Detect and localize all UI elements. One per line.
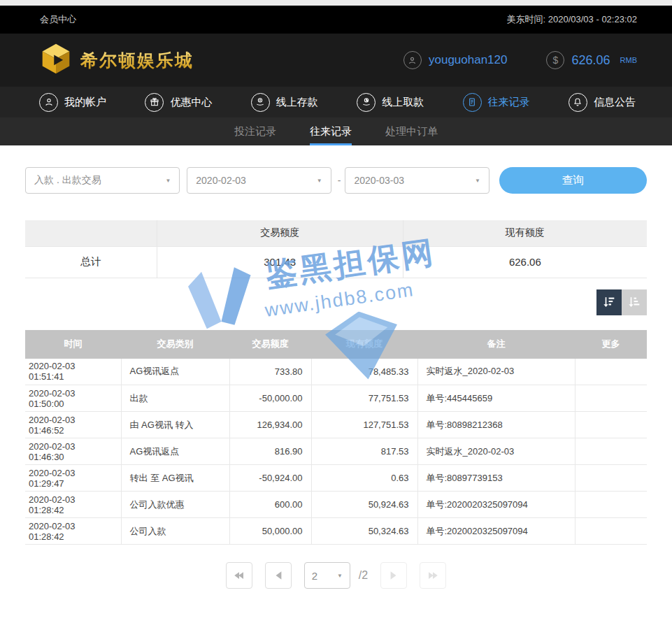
sort-ascending-button[interactable] [622,289,647,315]
balance-currency: RMB [620,56,637,64]
tab-pending-orders[interactable]: 处理中订单 [385,117,438,145]
next-page-button[interactable] [380,562,407,589]
balance-amount: 626.06 [571,53,610,68]
nav-label: 线上取款 [382,96,424,109]
top-strip [0,0,672,6]
cell-type: AG视讯返点 [121,359,229,385]
page-select[interactable]: 2 [304,562,350,589]
date-to-select[interactable]: 2020-03-03 [345,167,489,194]
withdraw-icon [357,93,376,112]
user-icon [39,93,58,112]
previous-page-button[interactable] [265,562,292,589]
cell-more [575,385,647,412]
date-range-separator: - [338,175,341,186]
cell-amount: -50,924.00 [229,465,311,492]
transaction-type-select[interactable]: 入款 . 出款交易 [25,167,180,194]
brand-logo-icon [40,43,72,78]
nav-label: 往来记录 [488,96,530,109]
content-area: 入款 . 出款交易 2020-02-03 - 2020-03-03 查询 交易额… [0,145,672,589]
cell-remark: 单号:445445659 [417,385,575,412]
table-row: 2020-02-03 01:28:42 公司入款优惠 600.00 50,924… [25,492,647,518]
cell-more [575,438,647,465]
cell-type: AG视讯返点 [121,438,229,465]
nav-item-my-account[interactable]: 我的帐户 [39,93,106,112]
date-from-value: 2020-02-03 [196,175,246,186]
summary-header-balance: 现有额度 [403,220,647,246]
cell-type: 公司入款优惠 [121,492,229,518]
cell-balance: 50,324.63 [311,518,417,545]
header-more: 更多 [575,330,647,359]
cell-amount: 816.90 [229,438,311,465]
nav-label: 线上存款 [276,96,318,109]
nav-label: 我的帐户 [64,96,106,109]
cell-type: 出款 [121,385,229,412]
transaction-type-value: 入款 . 出款交易 [34,174,101,187]
cell-type: 由 AG视讯 转入 [121,412,229,438]
cell-amount: 733.80 [229,359,311,385]
user-icon [403,51,422,69]
cell-remark: 实时返水_2020-02-03 [417,359,575,385]
cell-time: 2020-02-03 01:46:30 [25,438,121,465]
brand[interactable]: 希尔顿娱乐城 [40,43,194,78]
date-from-select[interactable]: 2020-02-03 [187,167,331,194]
tab-transaction-records[interactable]: 往来记录 [310,117,352,145]
tab-bet-records[interactable]: 投注记录 [234,117,276,145]
user-account[interactable]: youguohan120 [403,51,508,69]
sort-controls [25,289,647,315]
table-row: 2020-02-03 01:29:47 转出 至 AG视讯 -50,924.00… [25,465,647,492]
header-amount: 交易额度 [229,330,311,359]
cell-balance: 127,751.53 [311,412,417,438]
cell-time: 2020-02-03 01:51:41 [25,359,121,385]
brand-header: 希尔顿娱乐城 youguohan120 $ 626.06 RMB [0,34,672,87]
cell-more [575,465,647,492]
last-page-button[interactable] [420,562,446,589]
nav-item-deposit[interactable]: 线上存款 [251,93,318,112]
header-balance: 现有额度 [311,330,417,359]
nav-item-withdraw[interactable]: 线上取款 [357,93,424,112]
cell-remark: 单号:80898212368 [417,412,575,438]
main-nav: 我的帐户 优惠中心 线上存款 线上取款 往来记录 信息公告 [0,87,672,117]
cell-time: 2020-02-03 01:28:42 [25,518,121,545]
cell-balance: 77,751.53 [311,385,417,412]
cell-amount: -50,000.00 [229,385,311,412]
cell-time: 2020-02-03 01:28:42 [25,492,121,518]
page-title: 会员中心 [40,13,76,26]
cell-more [575,412,647,438]
table-header-row: 时间 交易类别 交易额度 现有额度 备注 更多 [25,330,647,359]
cell-remark: 实时返水_2020-02-03 [417,438,575,465]
total-pages: /2 [359,569,368,582]
summary-row: 总计 301.43 626.06 [25,246,647,278]
topbar: 会员中心 美东时间: 2020/03/03 - 02:23:02 [0,6,672,34]
search-button[interactable]: 查询 [499,167,647,194]
table-row: 2020-02-03 01:46:52 由 AG视讯 转入 126,934.00… [25,412,647,438]
cell-time: 2020-02-03 01:29:47 [25,465,121,492]
filter-bar: 入款 . 出款交易 2020-02-03 - 2020-03-03 查询 [25,167,647,194]
bell-icon [569,93,587,112]
cell-remark: 单号:2020020325097094 [417,492,575,518]
cell-more [575,492,647,518]
summary-balance-total: 626.06 [403,246,647,278]
deposit-icon [251,93,270,112]
brand-name: 希尔顿娱乐城 [80,49,194,72]
wallet-balance[interactable]: $ 626.06 RMB [546,51,637,69]
header-type: 交易类别 [121,330,229,359]
records-icon [463,93,482,112]
summary-table: 交易额度 现有额度 总计 301.43 626.06 [25,220,647,278]
table-row: 2020-02-03 01:46:30 AG视讯返点 816.90 817.53… [25,438,647,465]
nav-item-transactions[interactable]: 往来记录 [463,93,530,112]
cell-amount: 126,934.00 [229,412,311,438]
summary-header-trade: 交易额度 [157,220,403,246]
nav-item-promotions[interactable]: 优惠中心 [145,93,212,112]
nav-item-announcements[interactable]: 信息公告 [569,93,636,112]
nav-label: 信息公告 [594,96,636,109]
first-page-button[interactable] [226,562,252,589]
transactions-table: 时间 交易类别 交易额度 现有额度 备注 更多 2020-02-03 01:51… [25,330,647,545]
sort-descending-button[interactable] [596,289,622,315]
header-remark: 备注 [417,330,575,359]
gift-icon [145,93,164,112]
cell-amount: 50,000.00 [229,518,311,545]
table-row: 2020-02-03 01:51:41 AG视讯返点 733.80 78,485… [25,359,647,385]
cell-type: 公司入款 [121,518,229,545]
header-time: 时间 [25,330,121,359]
cell-remark: 单号:80897739153 [417,465,575,492]
